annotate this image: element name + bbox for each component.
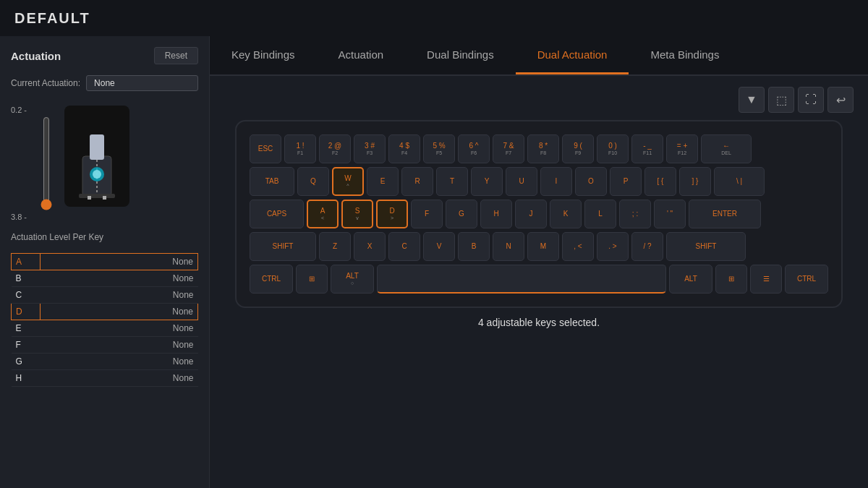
undo-button[interactable]: ↩ xyxy=(827,87,854,113)
reset-button[interactable]: Reset xyxy=(154,47,198,64)
key-6[interactable]: 6 ^F6 xyxy=(458,134,490,163)
select-icon: ⬚ xyxy=(776,93,787,107)
table-row[interactable]: G None xyxy=(12,354,198,370)
table-row[interactable]: C None xyxy=(12,287,198,304)
key-z[interactable]: Z xyxy=(319,232,351,261)
key-m[interactable]: M xyxy=(527,232,559,261)
key-4[interactable]: 4 $F4 xyxy=(388,134,420,163)
tab-actuation[interactable]: Actuation xyxy=(317,36,406,74)
actuation-slider[interactable] xyxy=(39,116,54,210)
key-equals[interactable]: = +F12 xyxy=(666,134,698,163)
key-k[interactable]: K xyxy=(550,200,582,228)
key-minus[interactable]: - _F11 xyxy=(631,134,663,163)
keyboard: ESC 1 !F1 2 @F2 3 #F3 4 $F4 5 %F5 6 ^F6 … xyxy=(235,120,843,308)
key-5[interactable]: 5 %F5 xyxy=(423,134,455,163)
filter-button[interactable]: ▼ xyxy=(739,87,765,113)
key-lalt[interactable]: ALT○ xyxy=(331,265,374,294)
key-8[interactable]: 8 *F8 xyxy=(527,134,559,163)
key-l[interactable]: L xyxy=(584,200,616,228)
key-table: A None B None C None D None E None F Non… xyxy=(11,253,198,387)
key-space[interactable] xyxy=(377,265,666,294)
switch-svg xyxy=(68,113,126,200)
key-lctrl[interactable]: CTRL xyxy=(250,265,293,294)
key-3[interactable]: 3 #F3 xyxy=(354,134,386,163)
key-value: None xyxy=(41,320,198,337)
key-lshift[interactable]: SHIFT xyxy=(250,232,316,261)
key-quote[interactable]: ' " xyxy=(654,200,686,228)
key-ralt[interactable]: ALT xyxy=(669,265,712,294)
svg-rect-7 xyxy=(103,196,106,200)
switch-image xyxy=(64,106,129,207)
key-comma[interactable]: , < xyxy=(562,232,594,261)
key-s[interactable]: Sv xyxy=(341,200,373,228)
key-rbracket[interactable]: ] } xyxy=(679,167,711,196)
key-b[interactable]: B xyxy=(458,232,490,261)
key-enter[interactable]: ENTER xyxy=(689,200,761,228)
key-lbracket[interactable]: [ { xyxy=(644,167,676,196)
key-n[interactable]: N xyxy=(493,232,524,261)
key-0[interactable]: 0 )F10 xyxy=(597,134,629,163)
tab-dual-bindings[interactable]: Dual Bindings xyxy=(405,36,516,74)
key-g[interactable]: G xyxy=(446,200,477,228)
tab-key-bindings[interactable]: Key Bindings xyxy=(210,36,317,74)
key-w[interactable]: W^ xyxy=(332,167,364,196)
key-lwin[interactable]: ⊞ xyxy=(296,265,328,294)
svg-rect-5 xyxy=(79,194,115,198)
key-p[interactable]: P xyxy=(610,167,642,196)
key-f[interactable]: F xyxy=(411,200,443,228)
key-tab[interactable]: TAB xyxy=(250,167,294,196)
key-backspace[interactable]: ←DEL xyxy=(701,134,752,163)
key-i[interactable]: I xyxy=(540,167,572,196)
table-row[interactable]: D None xyxy=(12,304,198,320)
tab-dual-actuation[interactable]: Dual Actuation xyxy=(516,36,629,74)
page-title: DEFAULT xyxy=(14,10,90,27)
table-row[interactable]: A None xyxy=(12,254,198,270)
table-row[interactable]: E None xyxy=(12,320,198,337)
key-fn[interactable]: ☰ xyxy=(750,265,782,294)
key-backslash[interactable]: \ | xyxy=(714,167,765,196)
current-actuation-value: None xyxy=(86,75,198,91)
key-2[interactable]: 2 @F2 xyxy=(319,134,351,163)
svg-rect-6 xyxy=(88,196,91,200)
table-row[interactable]: F None xyxy=(12,337,198,354)
key-v[interactable]: V xyxy=(423,232,455,261)
key-u[interactable]: U xyxy=(506,167,537,196)
key-semicolon[interactable]: ; : xyxy=(619,200,651,228)
key-d[interactable]: D> xyxy=(376,200,408,228)
table-row[interactable]: H None xyxy=(12,370,198,387)
key-1[interactable]: 1 !F1 xyxy=(284,134,316,163)
key-period[interactable]: . > xyxy=(597,232,629,261)
key-label: B xyxy=(12,270,41,287)
key-a[interactable]: A< xyxy=(307,200,339,228)
select-button[interactable]: ⬚ xyxy=(768,87,794,113)
tab-meta-bindings[interactable]: Meta Bindings xyxy=(629,36,741,74)
key-r[interactable]: R xyxy=(401,167,433,196)
key-caps[interactable]: CAPS xyxy=(250,200,304,228)
tab-bar: Key Bindings Actuation Dual Bindings Dua… xyxy=(210,36,868,76)
key-9[interactable]: 9 (F9 xyxy=(562,134,594,163)
key-q[interactable]: Q xyxy=(297,167,329,196)
slider-container[interactable] xyxy=(35,106,57,221)
key-o[interactable]: O xyxy=(575,167,607,196)
key-j[interactable]: J xyxy=(515,200,547,228)
key-rshift[interactable]: SHIFT xyxy=(666,232,746,261)
key-slash[interactable]: / ? xyxy=(631,232,663,261)
undo-icon: ↩ xyxy=(836,93,846,107)
sidebar-section-title: Actuation Reset xyxy=(11,47,198,64)
expand-button[interactable]: ⛶ xyxy=(798,87,824,113)
slider-labels: 0.2 - 3.8 - xyxy=(11,106,28,221)
key-label: F xyxy=(12,337,41,354)
key-y[interactable]: Y xyxy=(471,167,503,196)
key-e[interactable]: E xyxy=(367,167,399,196)
key-value: None xyxy=(41,304,198,320)
key-h[interactable]: H xyxy=(480,200,512,228)
key-7[interactable]: 7 &F7 xyxy=(493,134,524,163)
key-rctrl[interactable]: CTRL xyxy=(785,265,828,294)
sidebar: Actuation Reset Current Actuation: None … xyxy=(0,36,210,488)
key-esc[interactable]: ESC xyxy=(250,134,281,163)
key-c[interactable]: C xyxy=(388,232,420,261)
table-row[interactable]: B None xyxy=(12,270,198,287)
key-t[interactable]: T xyxy=(436,167,468,196)
key-rwin[interactable]: ⊞ xyxy=(715,265,747,294)
key-x[interactable]: X xyxy=(354,232,386,261)
